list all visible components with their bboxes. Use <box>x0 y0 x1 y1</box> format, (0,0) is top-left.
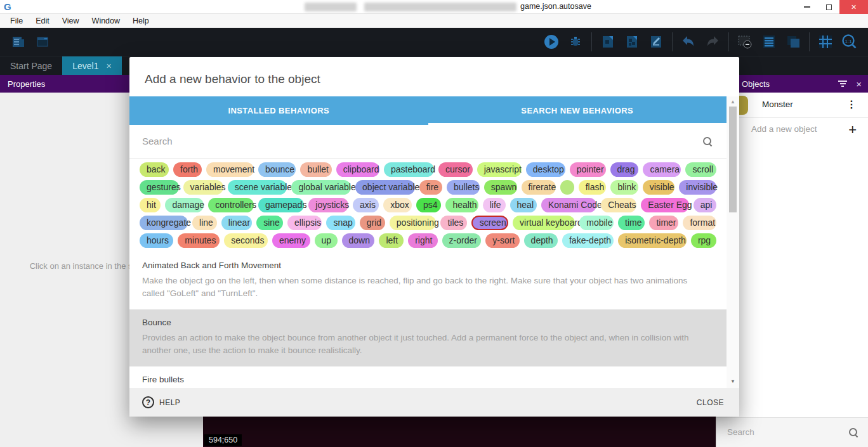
tag-chip-invisible[interactable]: invisible <box>679 180 716 195</box>
tag-chip-life[interactable]: life <box>483 198 506 212</box>
tag-chip-pointer[interactable]: pointer <box>570 162 606 177</box>
close-window-button[interactable]: × <box>839 0 868 14</box>
tag-chip-variables[interactable]: variables <box>183 180 223 195</box>
menu-edit[interactable]: Edit <box>29 14 56 28</box>
tag-chip-format[interactable]: format <box>683 216 716 230</box>
tag-chip-mobile[interactable]: mobile <box>579 216 614 230</box>
tag-chip-api[interactable]: api <box>694 198 716 212</box>
tag-chip-scene-variables[interactable]: scene variables <box>228 180 287 195</box>
tag-chip-kongregate[interactable]: kongregate <box>140 216 188 230</box>
layers-button[interactable] <box>783 32 803 52</box>
tag-chip-gamepads[interactable]: gamepads <box>258 198 304 212</box>
tag-chip-blink[interactable]: blink <box>610 180 638 195</box>
tag-chip-screen[interactable]: screen <box>471 216 508 230</box>
tag-chip-blank[interactable] <box>560 180 574 195</box>
menu-help[interactable]: Help <box>126 14 155 28</box>
tag-chip-left[interactable]: left <box>379 233 404 248</box>
minimize-button[interactable] <box>796 0 818 14</box>
tag-chip-timer[interactable]: timer <box>649 216 678 230</box>
scroll-down-icon[interactable]: ▼ <box>727 379 739 384</box>
tag-chip-minutes[interactable]: minutes <box>178 233 220 248</box>
tag-chip-ps4[interactable]: ps4 <box>416 198 441 212</box>
tag-chip-hit[interactable]: hit <box>140 198 161 212</box>
tag-chip-spawn[interactable]: spawn <box>484 180 517 195</box>
tag-chip-firerate[interactable]: firerate <box>522 180 556 195</box>
tag-chip-fire[interactable]: fire <box>419 180 442 195</box>
kebab-menu-icon[interactable]: ⋮ <box>846 98 857 110</box>
restore-button[interactable] <box>818 0 839 14</box>
redo-button[interactable] <box>702 32 723 52</box>
tab-level1[interactable]: Level1× <box>62 56 121 75</box>
tag-chip-time[interactable]: time <box>618 216 645 230</box>
dialog-tab-installed-behaviors[interactable]: INSTALLED BEHAVIORS <box>129 96 428 125</box>
start-page-button[interactable] <box>32 32 53 52</box>
tag-chip-javascript[interactable]: javascript <box>477 162 522 177</box>
tag-chip-bounce[interactable]: bounce <box>258 162 296 177</box>
tag-chip-positioning[interactable]: positioning <box>390 216 437 230</box>
tag-chip-snap[interactable]: snap <box>326 216 355 230</box>
tag-chip-y-sort[interactable]: y-sort <box>485 233 519 248</box>
tag-chip-tiles[interactable]: tiles <box>440 216 466 230</box>
tag-chip-fake-depth[interactable]: fake-depth <box>562 233 614 248</box>
tag-chip-seconds[interactable]: seconds <box>224 233 268 248</box>
tag-chip-back[interactable]: back <box>140 162 169 177</box>
tag-chip-gestures[interactable]: gestures <box>140 180 179 195</box>
tag-chip-easter-egg[interactable]: Easter Egg <box>641 198 688 212</box>
tag-chip-isometric-depth[interactable]: isometric-depth <box>618 233 687 248</box>
tag-chip-cursor[interactable]: cursor <box>438 162 473 177</box>
object-groups-button[interactable] <box>622 32 642 52</box>
undo-button[interactable] <box>678 32 699 52</box>
behavior-item[interactable]: Animated Back and Forth MovementMake the… <box>129 252 727 309</box>
tag-chip-cheats[interactable]: Cheats <box>601 198 636 212</box>
tag-chip-axis[interactable]: axis <box>353 198 379 212</box>
close-panel-icon[interactable]: × <box>856 79 862 89</box>
tag-chip-camera[interactable]: camera <box>643 162 681 177</box>
tag-chip-depth[interactable]: depth <box>524 233 558 248</box>
tag-chip-health[interactable]: health <box>445 198 478 212</box>
scrollbar-thumb[interactable] <box>729 107 737 212</box>
objects-editor-button[interactable] <box>598 32 618 52</box>
tag-chip-konami-code[interactable]: Konami Code <box>541 198 596 212</box>
tag-chip-object-variables[interactable]: object variables <box>355 180 415 195</box>
tag-chip-joysticks[interactable]: joysticks <box>308 198 348 212</box>
play-button[interactable] <box>541 32 562 52</box>
debug-button[interactable] <box>565 32 586 52</box>
tab-start-page[interactable]: Start Page <box>0 56 62 75</box>
tag-chip-damage[interactable]: damage <box>165 198 204 212</box>
dialog-tab-search-new-behaviors[interactable]: SEARCH NEW BEHAVIORS <box>428 96 727 125</box>
help-button[interactable]: ? HELP <box>142 396 180 408</box>
tag-chip-desktop[interactable]: desktop <box>526 162 565 177</box>
project-manager-button[interactable] <box>8 32 29 52</box>
objects-search-bar[interactable]: Search <box>716 417 868 447</box>
tag-chip-bullets[interactable]: bullets <box>447 180 480 195</box>
menu-window[interactable]: Window <box>86 14 126 28</box>
scene-properties-button[interactable] <box>646 32 666 52</box>
tab-close-icon[interactable]: × <box>106 61 111 71</box>
instances-list-button[interactable] <box>759 32 779 52</box>
tag-chip-grid[interactable]: grid <box>360 216 385 230</box>
tag-chip-visible[interactable]: visible <box>643 180 675 195</box>
scroll-up-icon[interactable]: ▲ <box>727 99 739 105</box>
close-dialog-button[interactable]: CLOSE <box>697 398 724 407</box>
tag-chip-down[interactable]: down <box>342 233 375 248</box>
behavior-search-field[interactable]: Search <box>129 125 727 159</box>
tag-chip-pasteboard[interactable]: pasteboard <box>384 162 434 177</box>
filter-icon[interactable] <box>838 81 847 87</box>
tag-chip-movement[interactable]: movement <box>206 162 254 177</box>
grid-button[interactable] <box>815 32 836 52</box>
tag-chip-sine[interactable]: sine <box>256 216 283 230</box>
zoom-1-1-button[interactable]: 1:1 <box>839 32 860 52</box>
tag-chip-scroll[interactable]: scroll <box>685 162 716 177</box>
tag-chip-bullet[interactable]: bullet <box>300 162 331 177</box>
deselect-instances-button[interactable] <box>735 32 755 52</box>
tag-chip-rpg[interactable]: rpg <box>691 233 716 248</box>
menu-view[interactable]: View <box>56 14 86 28</box>
tag-chip-ellipsis[interactable]: ellipsis <box>287 216 322 230</box>
tag-chip-xbox[interactable]: xbox <box>383 198 412 212</box>
tag-chip-hours[interactable]: hours <box>140 233 173 248</box>
tag-chip-linear[interactable]: linear <box>221 216 252 230</box>
menu-file[interactable]: File <box>4 14 29 28</box>
tag-chip-forth[interactable]: forth <box>173 162 202 177</box>
tag-chip-z-order[interactable]: z-order <box>442 233 482 248</box>
tag-chip-right[interactable]: right <box>408 233 437 248</box>
